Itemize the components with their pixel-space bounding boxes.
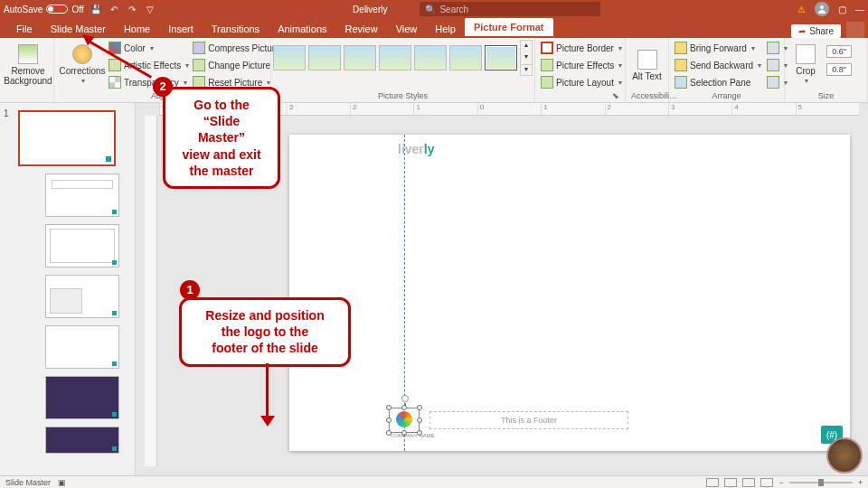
resize-handle[interactable] [417, 405, 422, 410]
zoom-in-button[interactable]: + [858, 478, 863, 487]
sel['selection-pane-icon [675, 76, 687, 89]
crop-button[interactable]: Crop▾ [790, 40, 821, 90]
undo-icon[interactable]: ↶ [108, 3, 120, 15]
gallery-up-icon[interactable]: ▴ [521, 41, 532, 52]
tab-home[interactable]: Home [115, 20, 159, 38]
resize-handle[interactable] [417, 418, 422, 423]
group-label-size: Size [790, 91, 862, 102]
gallery-down-icon[interactable]: ▾ [521, 52, 532, 63]
group-label-accessibility: Accessibili… [631, 91, 663, 102]
reading-view-button[interactable] [742, 478, 755, 487]
color-button[interactable]: Color▾ [108, 40, 189, 56]
master-slide[interactable]: liverly (#) This is a Footer COMPANY NAM… [289, 135, 850, 451]
slide-thumbnail-panel[interactable]: 1 [0, 103, 136, 475]
crop-icon [796, 44, 816, 64]
tab-picture-format[interactable]: Picture Format [465, 18, 553, 38]
tab-transitions[interactable]: Transitions [203, 20, 269, 38]
layout-thumb[interactable] [45, 275, 119, 318]
picture-layout-button[interactable]: Picture Layout▾ [541, 74, 622, 90]
remove-background-button[interactable]: Remove Background [5, 40, 51, 90]
status-view-icon[interactable]: ▣ [58, 478, 66, 487]
search-icon: 🔍 [425, 5, 436, 14]
style-thumb[interactable] [449, 45, 482, 70]
picture-styles-gallery[interactable]: ▴ ▾ ▾ [273, 40, 533, 76]
height-input[interactable]: 0.6" [826, 45, 852, 58]
zoom-out-button[interactable]: − [778, 478, 783, 487]
style-thumb[interactable] [344, 45, 376, 70]
minimize-icon[interactable]: — [855, 5, 864, 14]
effects-label: Picture Effects [556, 61, 614, 70]
style-thumb[interactable] [485, 45, 517, 70]
sorter-view-button[interactable] [724, 478, 737, 487]
status-bar: Slide Master ▣ − + [0, 475, 868, 488]
slideshow-view-button[interactable] [760, 478, 773, 487]
crop-label: Crop [796, 66, 816, 76]
border-label: Picture Border [556, 43, 614, 53]
layout-thumb[interactable] [45, 376, 119, 419]
selection-pane-button[interactable]: Selection Pane [675, 74, 761, 90]
comments-button[interactable] [846, 22, 864, 38]
compress-icon [193, 42, 205, 54]
footer-placeholder[interactable]: This is a Footer [429, 411, 628, 429]
normal-view-button[interactable] [706, 478, 719, 487]
gallery-more-icon[interactable]: ▾ [521, 64, 532, 75]
annotation-badge-1: 1 [180, 280, 200, 300]
tab-insert[interactable]: Insert [159, 20, 203, 38]
tab-help[interactable]: Help [426, 20, 465, 38]
zoom-slider[interactable] [789, 482, 853, 483]
resize-handle[interactable] [386, 405, 392, 410]
change-icon [193, 59, 205, 71]
send-backward-button[interactable]: Send Backward▾ [675, 57, 761, 73]
status-mode: Slide Master [5, 478, 51, 487]
autosave-toggle[interactable]: AutoSave Off [4, 5, 84, 14]
selection-pane-label: Selection Pane [690, 78, 750, 88]
tab-review[interactable]: Review [336, 20, 387, 38]
reset-label: Reset Picture [208, 78, 262, 88]
alt-text-button[interactable]: Alt Text [631, 40, 663, 90]
width-input[interactable]: 0.8" [826, 63, 852, 76]
ribbon-tabs: File Slide Master Home Insert Transition… [0, 18, 868, 38]
group-label-styles-launcher[interactable]: ⬊ [541, 91, 619, 102]
tab-view[interactable]: View [387, 20, 427, 38]
ribbon-options-icon[interactable]: ▢ [838, 5, 846, 14]
style-thumb[interactable] [414, 45, 447, 70]
corrections-label: Corrections [59, 66, 105, 76]
search-box[interactable]: 🔍 Search [420, 2, 600, 16]
warning-icon[interactable]: ⚠ [797, 5, 806, 14]
align-icon [767, 42, 779, 54]
tab-file[interactable]: File [7, 20, 42, 38]
share-icon: ➦ [798, 26, 806, 36]
layout-thumb[interactable] [45, 325, 119, 369]
annotation-arrow-1 [266, 363, 269, 418]
layout-thumb[interactable] [45, 174, 119, 217]
remove-bg-label: Remove Background [4, 66, 52, 86]
share-button[interactable]: ➦ Share [791, 24, 841, 38]
bring-forward-button[interactable]: Bring Forward▾ [675, 40, 761, 56]
alt-text-icon [637, 50, 657, 70]
watermark-logo [826, 437, 863, 474]
picture-effects-button[interactable]: Picture Effects▾ [541, 57, 622, 73]
save-icon[interactable]: 💾 [90, 3, 102, 15]
layout-thumb[interactable] [45, 427, 119, 454]
transparency-icon [108, 76, 121, 89]
account-avatar[interactable] [815, 2, 829, 16]
send-backward-label: Send Backward [690, 61, 753, 70]
effects-icon [541, 59, 553, 71]
rotate-handle[interactable] [401, 395, 409, 402]
autosave-label: AutoSave [4, 5, 42, 14]
picture-border-button[interactable]: Picture Border▾ [541, 40, 622, 56]
redo-icon[interactable]: ↷ [126, 3, 138, 15]
resize-handle[interactable] [401, 405, 407, 410]
style-thumb[interactable] [379, 45, 411, 70]
document-title[interactable]: Deliverly [353, 5, 387, 14]
annotation-badge-2: 2 [153, 77, 173, 97]
from-beginning-icon[interactable]: ▽ [144, 3, 156, 15]
tab-slide-master[interactable]: Slide Master [42, 20, 115, 38]
style-thumb[interactable] [273, 45, 306, 70]
style-thumb[interactable] [308, 45, 341, 70]
master-slide-thumb[interactable] [18, 110, 116, 166]
ribbon: Remove Background Corrections▾ Color▾ Ar… [0, 38, 868, 103]
layout-thumb[interactable] [45, 224, 119, 267]
resize-handle[interactable] [386, 418, 392, 423]
tab-animations[interactable]: Animations [269, 20, 335, 38]
